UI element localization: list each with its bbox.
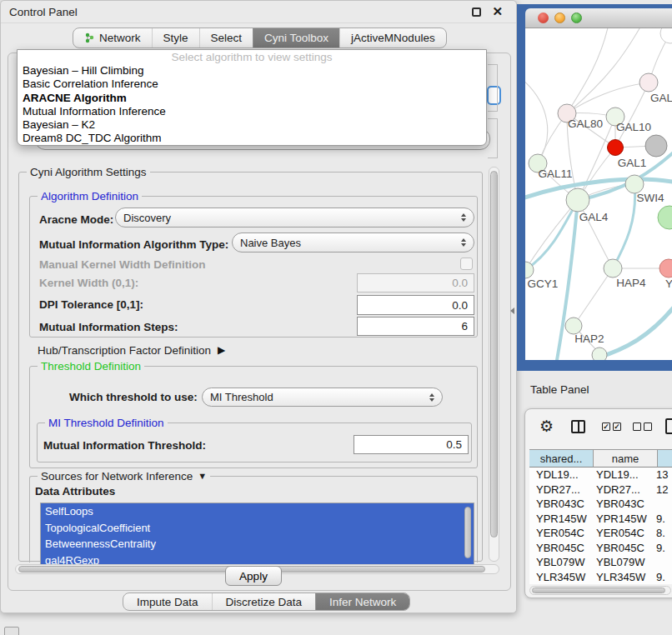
algorithm-option[interactable]: Mutual Information Inference <box>18 105 486 118</box>
network-node[interactable]: GAL10 <box>606 108 651 133</box>
table-function-icon[interactable] <box>665 418 672 434</box>
which-threshold-combo[interactable]: MI Threshold <box>202 388 443 407</box>
tab-jactivemnodules[interactable]: jActiveMNodules <box>339 28 446 48</box>
tab-select[interactable]: Select <box>199 28 253 48</box>
mi-steps-field[interactable]: 6 <box>357 317 474 336</box>
minimize-traffic-light[interactable] <box>554 12 565 23</box>
network-icon <box>84 32 95 43</box>
tab-infer-network[interactable]: Infer Network <box>315 593 409 610</box>
float-window-icon[interactable] <box>472 8 481 17</box>
table-panel-card: ⚙ ✓✓ shared... name YDL19...YDL19...13 Y… <box>524 408 672 598</box>
aracne-mode-value: Discovery <box>123 212 171 224</box>
toggle-columns-icon[interactable] <box>571 420 585 433</box>
deselect-all-columns-icon[interactable] <box>633 422 652 431</box>
svg-text:Y: Y <box>665 278 672 290</box>
column-header-label: name <box>612 452 639 465</box>
dpi-tolerance-label: DPI Tolerance [0,1]: <box>39 295 143 315</box>
table-row[interactable]: YBR045CYBR045C9. <box>529 541 672 556</box>
algorithm-option[interactable]: Dream8 DC_TDC Algorithm <box>18 132 486 145</box>
kernel-width-value: 0.0 <box>452 277 468 289</box>
mi-type-combo[interactable]: Naive Bayes <box>232 232 474 252</box>
dpi-tolerance-value: 0.0 <box>452 299 468 312</box>
settings-group-title: Cyni Algorithm Settings <box>27 166 150 178</box>
network-node[interactable]: Y <box>659 259 672 290</box>
network-desktop: GAL GAL80 GAL10 GAL1 <box>517 4 672 371</box>
algorithm-option[interactable]: Bayesian – K2 <box>18 118 486 132</box>
sources-title: Sources for Network Inference <box>41 470 193 482</box>
network-node[interactable]: GAL80 <box>558 104 603 130</box>
settings-vscroll-thumb[interactable] <box>490 171 498 538</box>
network-edges-strong <box>525 149 672 360</box>
tab-style[interactable]: Style <box>152 28 199 48</box>
hub-definition-expander[interactable]: Hub/Transcription Factor Definition ▶ <box>38 342 225 358</box>
close-traffic-light[interactable] <box>538 12 549 23</box>
table-row[interactable]: YBL079WYBL079W <box>529 555 672 570</box>
gear-icon[interactable]: ⚙ <box>539 417 554 436</box>
tab-label: Impute Data <box>137 596 198 608</box>
table-panel-title: Table Panel <box>530 383 589 396</box>
attribute-item-selected[interactable]: SelfLoops <box>41 503 474 520</box>
network-node[interactable] <box>592 348 607 360</box>
apply-button[interactable]: Apply <box>225 566 282 586</box>
tab-impute-data[interactable]: Impute Data <box>123 593 212 610</box>
aracne-mode-combo[interactable]: Discovery <box>115 208 474 228</box>
table-row[interactable]: YLR345WYLR345W9. <box>529 570 672 585</box>
algorithm-definition-title: Algorithm Definition <box>38 190 142 202</box>
column-header-label: shared... <box>540 452 583 465</box>
table-hscroll-thumb[interactable] <box>532 588 665 593</box>
table-row[interactable]: YBR043CYBR043C <box>529 497 672 512</box>
svg-text:GCY1: GCY1 <box>528 278 559 290</box>
table-hscroll-track[interactable] <box>529 586 671 595</box>
table-row[interactable]: YDL19...YDL19...13 <box>529 468 672 482</box>
background-groupbox-edge <box>488 64 498 112</box>
tab-network[interactable]: Network <box>73 28 152 48</box>
settings-vscroll-track[interactable] <box>489 167 499 562</box>
manual-kernel-checkbox[interactable] <box>460 258 473 270</box>
network-canvas[interactable]: GAL GAL80 GAL10 GAL1 <box>525 28 672 360</box>
attribute-list-scrollbar[interactable] <box>464 507 471 558</box>
control-panel-window: Control Panel ✕ Network Style Select Cyn… <box>0 0 517 613</box>
network-node[interactable] <box>660 28 672 43</box>
mi-threshold-definition-title: MI Threshold Definition <box>45 417 168 429</box>
algorithm-option[interactable]: Bayesian – Hill Climbing <box>18 64 486 78</box>
tab-label: Discretize Data <box>226 596 303 608</box>
network-node[interactable]: GAL <box>639 73 672 104</box>
select-all-columns-icon[interactable]: ✓✓ <box>602 422 621 431</box>
table-body: YDL19...YDL19...13 YDR27...YDR27...12 YB… <box>529 468 672 584</box>
cyni-toolbox-panel: gal-filtered sif default node Select alg… <box>8 52 511 591</box>
sources-collapse-header[interactable]: Sources for Network Inference ▼ <box>38 470 210 482</box>
tab-label: jActiveMNodules <box>351 32 435 44</box>
zoom-traffic-light[interactable] <box>571 12 582 23</box>
tab-discretize-data[interactable]: Discretize Data <box>212 593 316 610</box>
close-icon[interactable]: ✕ <box>492 4 503 19</box>
table-row[interactable]: YER054CYER054C8. <box>529 526 672 541</box>
attribute-item-selected[interactable]: BetweennessCentrality <box>41 536 474 552</box>
bottom-tabbar: Impute Data Discretize Data Infer Networ… <box>123 592 410 611</box>
algorithm-option[interactable]: Basic Correlation Inference <box>18 78 486 91</box>
network-node[interactable]: HAP2 <box>565 318 604 345</box>
table-row[interactable]: YPR145WYPR145W9. <box>529 512 672 527</box>
hidden-panel-button[interactable] <box>4 627 19 635</box>
network-node[interactable]: GAL1 <box>608 140 647 170</box>
mi-threshold-field[interactable]: 0.5 <box>354 435 469 454</box>
dpi-tolerance-field[interactable]: 0.0 <box>357 295 474 315</box>
column-header-partial[interactable] <box>658 449 672 468</box>
column-header-shared[interactable]: shared... <box>529 449 594 468</box>
table-row[interactable]: YDR27...YDR27...12 <box>529 482 672 498</box>
network-node[interactable]: GAL11 <box>529 154 573 180</box>
which-threshold-label: Which threshold to use: <box>69 388 198 407</box>
panel-collapse-handle-icon[interactable] <box>510 308 514 314</box>
network-node[interactable]: HAP4 <box>604 259 646 289</box>
attribute-item-selected[interactable]: TopologicalCoefficient <box>41 520 474 537</box>
network-window-titlebar[interactable] <box>525 8 672 28</box>
algorithm-option-selected[interactable]: ARACNE Algorithm <box>18 92 486 105</box>
column-header-name[interactable]: name <box>594 449 658 468</box>
network-node[interactable] <box>658 206 672 229</box>
tab-label: Style <box>163 32 188 44</box>
network-node[interactable] <box>645 135 667 157</box>
network-node[interactable]: GCY1 <box>525 262 558 290</box>
tab-cyni-toolbox[interactable]: Cyni Toolbox <box>253 28 339 48</box>
combo-stepper-icon <box>461 238 466 247</box>
hub-definition-label: Hub/Transcription Factor Definition <box>38 344 211 357</box>
window-title: Control Panel <box>9 6 78 18</box>
